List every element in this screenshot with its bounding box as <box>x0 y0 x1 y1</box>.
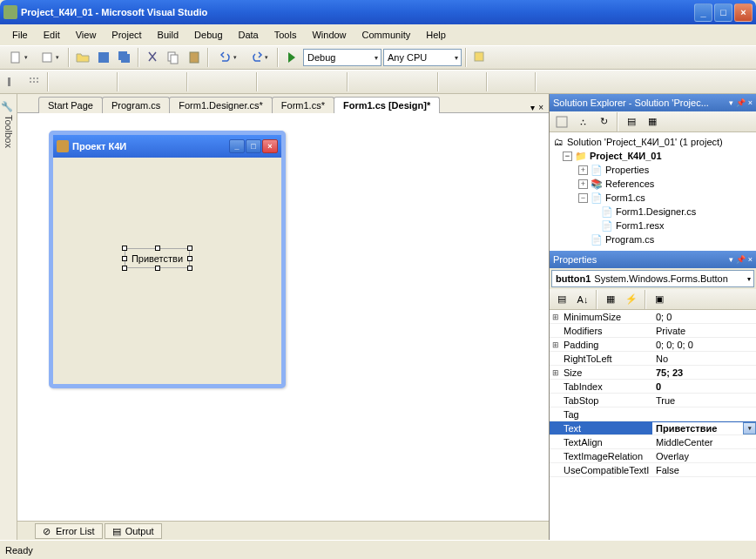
resize-handle-ne[interactable] <box>187 246 192 251</box>
refresh-icon[interactable]: ↻ <box>594 112 613 131</box>
center-vert-icon[interactable] <box>463 72 483 91</box>
alphabetical-icon[interactable]: A↓ <box>573 290 592 309</box>
prop-expander[interactable]: ⊞ <box>550 313 562 321</box>
solution-tree[interactable]: 🗂Solution 'Project_К4И_01' (1 project) −… <box>550 132 756 249</box>
vspace-inc-icon[interactable] <box>373 72 392 91</box>
tab-form1-design[interactable]: Form1.cs [Design]* <box>334 97 440 113</box>
panel-menu-icon[interactable]: ▾ <box>729 255 733 264</box>
add-item-button[interactable]: ▾ <box>35 48 64 67</box>
merge-cells-icon[interactable] <box>561 72 580 91</box>
form-close-button[interactable]: × <box>262 139 278 153</box>
property-row[interactable]: TextImageRelationOverlay <box>550 449 756 463</box>
view-designer-icon[interactable]: ▦ <box>643 112 662 131</box>
menu-edit[interactable]: Edit <box>37 27 67 43</box>
form-minimize-button[interactable]: _ <box>229 139 245 153</box>
close-button[interactable]: × <box>734 3 753 22</box>
vspace-equal-icon[interactable] <box>352 72 371 91</box>
output-tab[interactable]: ▤Output <box>105 523 162 539</box>
tab-start-page[interactable]: Start Page <box>38 97 103 113</box>
same-height-icon[interactable] <box>213 72 232 91</box>
references-node[interactable]: References <box>605 178 654 189</box>
start-button[interactable] <box>282 48 301 67</box>
view-code-icon[interactable]: ▤ <box>622 112 641 131</box>
prop-value[interactable]: Приветствие▾ <box>652 422 756 434</box>
property-row[interactable]: UseCompatibleTextIFalse <box>550 463 756 477</box>
expander-icon[interactable]: + <box>578 179 588 189</box>
show-all-icon[interactable]: ⛬ <box>573 112 592 131</box>
error-list-tab[interactable]: ⊘Error List <box>35 523 103 539</box>
vspace-remove-icon[interactable] <box>415 72 434 91</box>
property-row[interactable]: ModifiersPrivate <box>550 324 756 338</box>
tab-form1-designer[interactable]: Form1.Designer.cs* <box>169 97 273 113</box>
designed-form[interactable]: Проект К4И _ □ × Приветстви <box>49 131 286 388</box>
open-button[interactable] <box>73 48 92 67</box>
designed-button[interactable]: Приветстви <box>125 248 190 268</box>
align-centers-icon[interactable] <box>73 72 92 91</box>
tab-form1-cs[interactable]: Form1.cs* <box>272 97 334 113</box>
panel-pin-icon[interactable]: 📌 <box>736 255 746 264</box>
property-row[interactable]: ⊞Size75; 23 <box>550 366 756 380</box>
expander-icon[interactable]: − <box>563 152 572 161</box>
panel-close-icon[interactable]: × <box>748 98 753 107</box>
property-object-combo[interactable]: button1 System.Windows.Forms.Button <box>551 270 754 287</box>
form1-designer-node[interactable]: Form1.Designer.cs <box>616 206 696 217</box>
center-horiz-icon[interactable] <box>442 72 462 91</box>
same-size-icon[interactable] <box>233 72 253 91</box>
bring-front-icon[interactable] <box>491 72 510 91</box>
align-lefts-icon[interactable] <box>52 72 71 91</box>
prop-expander[interactable]: ⊞ <box>550 368 562 377</box>
prop-value[interactable]: Private <box>652 326 756 336</box>
resize-handle-s[interactable] <box>155 266 160 271</box>
minimize-button[interactable]: _ <box>694 3 712 22</box>
categorized-icon[interactable]: ▤ <box>552 290 571 309</box>
tab-program-cs[interactable]: Program.cs <box>102 97 170 113</box>
events-icon[interactable]: ⚡ <box>622 290 641 309</box>
panel-menu-icon[interactable]: ▾ <box>729 98 733 107</box>
resize-handle-se[interactable] <box>187 266 192 271</box>
vspace-dec-icon[interactable] <box>394 72 413 91</box>
properties-icon[interactable] <box>552 112 571 131</box>
resize-handle-nw[interactable] <box>122 246 127 251</box>
menu-help[interactable]: Help <box>419 27 453 43</box>
menu-view[interactable]: View <box>69 27 104 43</box>
resize-handle-n[interactable] <box>155 246 160 251</box>
property-row[interactable]: ⊞MinimumSize0; 0 <box>550 310 756 324</box>
prop-value[interactable]: 75; 23 <box>652 367 756 378</box>
property-grid[interactable]: ⊞MinimumSize0; 0ModifiersPrivate⊞Padding… <box>550 310 756 477</box>
save-button[interactable] <box>94 48 113 67</box>
form-maximize-button[interactable]: □ <box>246 139 261 153</box>
menu-build[interactable]: Build <box>151 27 186 43</box>
menu-file[interactable]: File <box>5 27 35 43</box>
find-button[interactable] <box>470 48 489 67</box>
hspace-inc-icon[interactable] <box>282 72 301 91</box>
panel-close-icon[interactable]: × <box>748 255 753 264</box>
form1-resx-node[interactable]: Form1.resx <box>616 220 665 231</box>
menu-project[interactable]: Project <box>105 27 148 43</box>
expander-icon[interactable]: − <box>578 193 588 203</box>
properties-view-icon[interactable]: ▦ <box>601 290 620 309</box>
expander-icon[interactable]: + <box>578 165 588 175</box>
hspace-dec-icon[interactable] <box>303 72 322 91</box>
align-grid-icon[interactable] <box>24 72 44 91</box>
resize-handle-e[interactable] <box>187 256 192 261</box>
property-row[interactable]: RightToLeftNo <box>550 352 756 366</box>
copy-button[interactable] <box>164 48 183 67</box>
same-width-icon[interactable] <box>192 72 211 91</box>
program-node[interactable]: Program.cs <box>605 234 654 245</box>
property-row[interactable]: Tag <box>550 407 756 421</box>
platform-combo[interactable]: Any CPU <box>383 49 462 66</box>
prop-value[interactable]: 0; 0; 0; 0 <box>652 340 756 350</box>
cut-button[interactable] <box>143 48 162 67</box>
prop-value[interactable]: False <box>652 465 756 475</box>
design-surface[interactable]: Проект К4И _ □ × Приветстви <box>17 113 549 521</box>
new-project-button[interactable]: ▾ <box>3 48 33 67</box>
project-node[interactable]: Project_К4И_01 <box>590 151 662 161</box>
solution-node[interactable]: Solution 'Project_К4И_01' (1 project) <box>567 137 723 147</box>
tab-overflow-icon[interactable]: ▾ <box>530 103 535 112</box>
send-back-icon[interactable] <box>512 72 531 91</box>
property-row[interactable]: TextAlignMiddleCenter <box>550 435 756 449</box>
menu-tools[interactable]: Tools <box>267 27 304 43</box>
align-tops-icon[interactable] <box>122 72 141 91</box>
resize-handle-w[interactable] <box>122 256 127 261</box>
property-row[interactable]: ⊞Padding0; 0; 0; 0 <box>550 338 756 352</box>
